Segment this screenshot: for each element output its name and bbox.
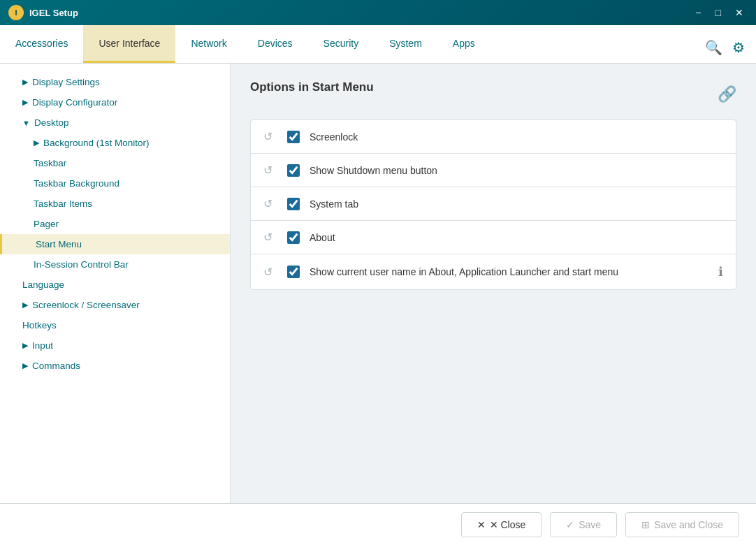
checkbox-about[interactable] (287, 231, 300, 244)
tab-apps[interactable]: Apps (437, 25, 490, 63)
label-system-tab: System tab (310, 198, 723, 210)
reset-icon-show-username[interactable]: ↺ (263, 266, 277, 279)
checkbox-system-tab[interactable] (287, 198, 300, 210)
maximize-button[interactable]: □ (711, 6, 725, 20)
arrow-icon: ▶ (22, 300, 28, 310)
checkbox-show-shutdown[interactable] (287, 164, 300, 177)
info-icon-show-username[interactable]: ℹ (718, 264, 723, 279)
sidebar-item-screenlock-screensaver[interactable]: ▶ Screenlock / Screensaver (0, 295, 230, 315)
arrow-icon: ▼ (22, 119, 30, 127)
sidebar-item-in-session-control-bar[interactable]: In-Session Control Bar (0, 254, 230, 275)
sidebar-item-taskbar-background[interactable]: Taskbar Background (0, 173, 230, 194)
label-show-shutdown: Show Shutdown menu button (310, 165, 723, 176)
reset-icon-system-tab[interactable]: ↺ (263, 197, 277, 210)
option-row-system-tab: ↺ System tab (250, 187, 736, 221)
save-close-icon: ⊞ (641, 519, 650, 530)
checkbox-screenlock[interactable] (287, 131, 300, 143)
option-row-screenlock: ↺ Screenlock (250, 119, 736, 154)
arrow-icon: ▶ (34, 138, 39, 147)
option-row-show-shutdown: ↺ Show Shutdown menu button (250, 153, 736, 187)
content-area: Options in Start Menu 🔗 ↺ Screenlock ↺ S… (231, 64, 756, 503)
sidebar-item-pager[interactable]: Pager (0, 214, 230, 234)
title-bar: I IGEL Setup − □ ✕ (0, 0, 756, 25)
save-close-button[interactable]: ⊞ Save and Close (625, 512, 739, 537)
reset-icon-show-shutdown[interactable]: ↺ (263, 164, 277, 177)
sidebar-item-display-configurator[interactable]: ▶ Display Configurator (0, 92, 230, 112)
arrow-icon: ▶ (22, 361, 28, 370)
page-title: Options in Start Menu (250, 80, 374, 94)
link-icon[interactable]: 🔗 (718, 85, 736, 103)
options-list: ↺ Screenlock ↺ Show Shutdown menu button… (250, 119, 736, 290)
save-close-label: Save and Close (654, 519, 723, 530)
sidebar-item-display-settings[interactable]: ▶ Display Settings (0, 72, 230, 92)
tab-network[interactable]: Network (175, 25, 242, 63)
sidebar-item-hotkeys[interactable]: Hotkeys (0, 315, 230, 335)
window-controls: − □ ✕ (691, 6, 748, 20)
save-button[interactable]: ✓ Save (550, 512, 617, 537)
reset-icon-screenlock[interactable]: ↺ (263, 130, 277, 143)
close-button-footer[interactable]: ✕ ✕ Close (461, 512, 542, 537)
arrow-icon: ▶ (22, 98, 28, 107)
sidebar-item-desktop[interactable]: ▼ Desktop (0, 112, 230, 133)
tab-user-interface[interactable]: User Interface (83, 25, 175, 63)
label-about: About (310, 232, 723, 243)
sidebar-item-start-menu[interactable]: Start Menu (0, 234, 230, 254)
label-show-username: Show current user name in About, Applica… (310, 266, 708, 277)
sidebar-item-taskbar-items[interactable]: Taskbar Items (0, 194, 230, 214)
sidebar: ▶ Display Settings ▶ Display Configurato… (0, 64, 231, 503)
minimize-button[interactable]: − (691, 6, 705, 20)
close-icon: ✕ (477, 519, 486, 530)
close-button[interactable]: ✕ (731, 6, 748, 20)
sidebar-item-background[interactable]: ▶ Background (1st Monitor) (0, 133, 230, 153)
app-icon: I (8, 5, 24, 20)
sidebar-item-commands[interactable]: ▶ Commands (0, 356, 230, 376)
save-icon: ✓ (566, 519, 574, 530)
tab-accessories[interactable]: Accessories (0, 25, 83, 63)
reset-icon-about[interactable]: ↺ (263, 231, 277, 244)
gear-button[interactable]: ⚙ (729, 36, 748, 59)
search-button[interactable]: 🔍 (702, 36, 725, 59)
tab-system[interactable]: System (374, 25, 437, 63)
arrow-icon: ▶ (22, 341, 28, 350)
nav-bar: Accessories User Interface Network Devic… (0, 25, 756, 64)
checkbox-show-username[interactable] (287, 266, 300, 278)
option-row-about: ↺ About (250, 220, 736, 254)
arrow-icon: ▶ (22, 78, 28, 87)
close-label: ✕ Close (490, 519, 526, 530)
save-label: Save (579, 519, 601, 530)
sidebar-item-language[interactable]: Language (0, 275, 230, 295)
app-title: IGEL Setup (29, 8, 78, 18)
option-row-show-username: ↺ Show current user name in About, Appli… (250, 254, 736, 290)
footer: ✕ ✕ Close ✓ Save ⊞ Save and Close (0, 503, 756, 545)
tab-devices[interactable]: Devices (242, 25, 308, 63)
sidebar-item-input[interactable]: ▶ Input (0, 335, 230, 356)
main-layout: ▶ Display Settings ▶ Display Configurato… (0, 64, 756, 503)
sidebar-item-taskbar[interactable]: Taskbar (0, 153, 230, 173)
content-header: Options in Start Menu 🔗 (250, 80, 736, 108)
label-screenlock: Screenlock (310, 131, 723, 143)
tab-security[interactable]: Security (308, 25, 375, 63)
